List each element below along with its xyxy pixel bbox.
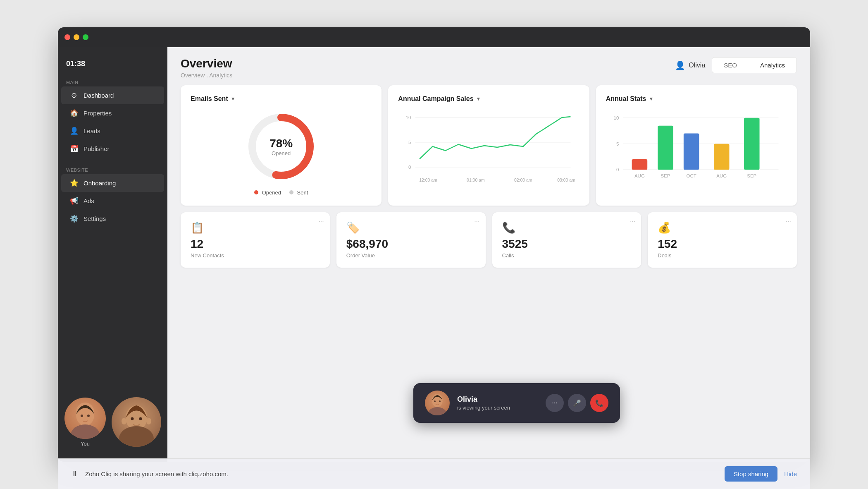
deals-icon: 💰 <box>658 221 787 234</box>
svg-point-40 <box>428 407 446 415</box>
sidebar-item-publisher[interactable]: 📅 Publisher <box>61 140 164 158</box>
svg-point-41 <box>434 400 436 402</box>
opened-dot <box>254 190 258 194</box>
contacts-icon: 📋 <box>191 221 320 234</box>
website-section-label: WEBSITE <box>58 164 167 174</box>
svg-text:AUG: AUG <box>634 173 645 178</box>
stat-deals-dots[interactable]: ··· <box>786 218 791 225</box>
maximize-button[interactable] <box>83 34 88 40</box>
stat-calls: ··· 📞 3525 Calls <box>492 212 641 268</box>
settings-icon: ⚙️ <box>69 214 79 223</box>
call-more-button[interactable]: ··· <box>546 394 564 412</box>
svg-rect-31 <box>658 126 673 170</box>
sidebar-item-dashboard[interactable]: ⊙ Dashboard <box>61 86 164 104</box>
svg-point-3 <box>81 415 83 417</box>
call-avatar <box>425 391 450 415</box>
donut-chart: 78% Opened <box>244 109 318 184</box>
topbar-user: 👤 Olivia <box>675 60 705 70</box>
svg-text:01:00 am: 01:00 am <box>467 178 485 182</box>
other-avatar-wrap <box>112 397 161 447</box>
you-label: You <box>81 441 90 447</box>
order-number: $68,970 <box>346 237 476 251</box>
properties-icon: 🏠 <box>69 109 79 117</box>
share-text: Zoho Cliq is sharing your screen with cl… <box>85 470 718 477</box>
donut-center: 78% Opened <box>269 137 293 156</box>
leads-icon: 👤 <box>69 127 79 135</box>
sales-card: Annual Campaign Sales ▼ 10 5 0 <box>388 85 589 206</box>
svg-point-8 <box>139 417 142 420</box>
share-bar: ⏸ Zoho Cliq is sharing your screen with … <box>58 458 810 489</box>
topbar-left: Overview Overview . Analytics <box>181 57 232 79</box>
onboarding-icon: ⭐ <box>69 179 79 187</box>
you-avatar-wrap: You <box>64 398 106 447</box>
ads-icon: 📢 <box>69 197 79 205</box>
svg-rect-35 <box>714 144 730 170</box>
calls-number: 3525 <box>502 237 632 251</box>
tab-analytics[interactable]: Analytics <box>749 58 796 73</box>
calls-icon: 📞 <box>502 221 632 234</box>
share-pause-icon[interactable]: ⏸ <box>71 470 79 478</box>
dashboard-icon: ⊙ <box>69 91 79 100</box>
order-desc: Order Value <box>346 252 476 259</box>
page-title: Overview <box>181 57 232 70</box>
bar-chart: 10 5 0 AUG SEP OCT <box>606 109 787 188</box>
donut-sublabel: Opened <box>269 150 293 156</box>
svg-point-9 <box>122 418 126 424</box>
donut-percent: 78% <box>269 137 293 150</box>
deals-desc: Deals <box>658 252 787 259</box>
stats-dropdown-arrow[interactable]: ▼ <box>649 96 653 102</box>
main-section-label: MAIN <box>58 77 167 86</box>
call-name: Olivia <box>457 395 538 404</box>
sidebar-label-publisher: Publisher <box>83 145 110 152</box>
svg-text:SEP: SEP <box>661 173 670 178</box>
svg-point-1 <box>71 424 100 439</box>
sidebar-label-ads: Ads <box>83 197 94 204</box>
svg-text:02:00 am: 02:00 am <box>514 178 532 182</box>
tab-group: SEO Analytics <box>712 57 797 73</box>
contacts-desc: New Contacts <box>191 252 320 259</box>
svg-text:5: 5 <box>408 140 411 145</box>
stat-contacts-dots[interactable]: ··· <box>318 218 324 225</box>
contacts-number: 12 <box>191 237 320 251</box>
sidebar-label-leads: Leads <box>83 127 100 134</box>
donut-legend: Opened Sent <box>254 189 308 196</box>
hide-button[interactable]: Hide <box>784 470 797 477</box>
call-info: Olivia is viewing your screen <box>457 395 538 411</box>
svg-text:OCT: OCT <box>686 173 696 178</box>
minimize-button[interactable] <box>74 34 79 40</box>
stats-row: ··· 📋 12 New Contacts ··· 🏷️ $68,970 Ord… <box>167 212 810 274</box>
call-overlay: Olivia is viewing your screen ··· 🎤 📞 <box>413 383 620 423</box>
stop-sharing-button[interactable]: Stop sharing <box>725 466 777 482</box>
tab-seo[interactable]: SEO <box>712 58 749 73</box>
sidebar-item-ads[interactable]: 📢 Ads <box>61 192 164 210</box>
legend-opened: Opened <box>254 189 281 196</box>
svg-text:10: 10 <box>406 115 411 120</box>
topbar: Overview Overview . Analytics 👤 Olivia S… <box>167 47 810 85</box>
stat-contacts: ··· 📋 12 New Contacts <box>181 212 330 268</box>
charts-row: Emails Sent ▼ 78% <box>167 85 810 212</box>
close-button[interactable] <box>64 34 70 40</box>
call-end-button[interactable]: 📞 <box>590 394 608 412</box>
call-mute-button[interactable]: 🎤 <box>568 394 586 412</box>
svg-rect-33 <box>684 133 699 170</box>
sidebar-label-onboarding: Onboarding <box>83 180 116 187</box>
sidebar-item-leads[interactable]: 👤 Leads <box>61 122 164 140</box>
svg-point-10 <box>146 418 151 424</box>
svg-point-6 <box>119 426 154 447</box>
publisher-icon: 📅 <box>69 144 79 153</box>
svg-text:5: 5 <box>616 141 619 146</box>
svg-text:0: 0 <box>408 165 411 170</box>
order-icon: 🏷️ <box>346 221 476 234</box>
notification-badge <box>154 399 160 405</box>
sidebar-item-properties[interactable]: 🏠 Properties <box>61 104 164 122</box>
donut-container: 78% Opened Opened Sent <box>191 109 372 196</box>
sales-dropdown-arrow[interactable]: ▼ <box>476 96 481 102</box>
emails-dropdown-arrow[interactable]: ▼ <box>231 96 236 102</box>
sidebar-item-onboarding[interactable]: ⭐ Onboarding <box>61 174 164 192</box>
sidebar-item-settings[interactable]: ⚙️ Settings <box>61 210 164 228</box>
sidebar-avatars: You <box>58 391 167 453</box>
line-chart: 10 5 0 12:00 am 01:00 am 02:00 am 03:00 … <box>398 109 579 188</box>
emails-card-title: Emails Sent ▼ <box>191 95 372 103</box>
stat-calls-dots[interactable]: ··· <box>630 218 635 225</box>
stat-order-dots[interactable]: ··· <box>474 218 479 225</box>
